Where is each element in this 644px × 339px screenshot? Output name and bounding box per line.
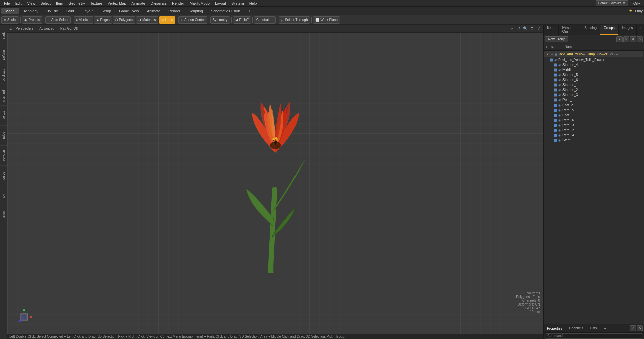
list-item[interactable]: ◉ Stamen_6 (544, 77, 643, 82)
command-input[interactable] (546, 333, 642, 339)
list-item[interactable]: ◉ Stamen_4 (544, 62, 643, 67)
list-item[interactable]: ◉ Petal_1 (544, 97, 643, 103)
constrain-button[interactable]: Constrain... (254, 16, 276, 24)
item-check (554, 73, 557, 77)
list-item[interactable]: ◉ Stamen_2 (544, 87, 643, 92)
list-item[interactable]: ◉ Leaf_1 (544, 113, 643, 118)
list-item[interactable]: ◉ Red_and_Yellow_Tulip_Flower (544, 57, 643, 62)
tab-animate[interactable]: Animate (143, 8, 164, 14)
rpanel-star-btn[interactable]: ★ (616, 36, 623, 42)
right-tab-meshops[interactable]: Mesh Ops (559, 25, 581, 35)
bottom-tab-lists[interactable]: Lists (587, 325, 600, 331)
tab-add[interactable]: + (244, 7, 255, 15)
sidebar-item-uv[interactable]: UV (0, 186, 7, 206)
scene-group-root[interactable]: ▼ ★ ◉ Red_and_Yellow_Tulip_Flower Clone (544, 51, 643, 57)
right-tab-items[interactable]: Items (544, 25, 559, 35)
symmetry-button[interactable]: Symmetry (210, 16, 230, 24)
menu-geometry[interactable]: Geometry (66, 1, 87, 6)
items-button[interactable]: ⊞ Items (159, 16, 175, 24)
tab-render[interactable]: Render (164, 8, 184, 14)
bottom-tab-channels[interactable]: Channels (566, 325, 587, 331)
menu-vertexmap[interactable]: Vertex Map (105, 1, 129, 6)
sidebar-item-polygon[interactable]: Polygon (0, 145, 7, 165)
sidebar-item-meshedit[interactable]: Mesh Edit (0, 85, 7, 105)
falloff-button[interactable]: ◕ Falloff (233, 16, 251, 24)
viewport-menu-icon[interactable]: ≡ (9, 26, 12, 31)
menu-view[interactable]: View (24, 1, 38, 6)
advanced-button[interactable]: Advanced (37, 26, 56, 31)
raygl-button[interactable]: Ray GL: Off (58, 26, 80, 31)
menu-dynamics[interactable]: Dynamics (148, 1, 169, 6)
tab-topology[interactable]: Topology (19, 8, 42, 14)
edges-button[interactable]: ◈ Edges (94, 16, 112, 24)
polygons-button[interactable]: ⬡ Polygons (113, 16, 135, 24)
list-item[interactable]: ◉ Petal_5 (544, 108, 643, 113)
tab-setup[interactable]: Setup (97, 8, 115, 14)
rpanel-delete-btn[interactable]: □ (637, 36, 643, 42)
viewport-maximize-icon[interactable]: ⤢ (536, 26, 541, 31)
perspective-button[interactable]: Perspective (14, 26, 35, 31)
sidebar-item-fusion[interactable]: Fusion (0, 206, 7, 226)
tab-layout[interactable]: Layout (78, 8, 97, 14)
bottom-tab-properties[interactable]: Properties (544, 325, 566, 332)
list-item[interactable]: ◉ Petal_2 (544, 128, 643, 133)
menu-animate[interactable]: Animate (129, 1, 148, 6)
rpanel-edit-btn[interactable]: ✎ (623, 36, 629, 42)
list-item[interactable]: ◉ Leaf_2 (544, 103, 643, 108)
scene-tree[interactable]: ▼ ★ ◉ Red_and_Yellow_Tulip_Flower Clone … (544, 51, 644, 324)
bottom-tab-add[interactable]: + (601, 325, 609, 332)
sculpt-button[interactable]: ◈ Sculpt (1, 16, 19, 24)
materials-button[interactable]: ◑ Materials (136, 16, 158, 24)
tab-paint[interactable]: Paint (62, 8, 78, 14)
selectthrough-button[interactable]: ⬚ Select Through (279, 16, 310, 24)
sidebar-item-sculpt[interactable]: Sculpt (0, 25, 7, 45)
sidebar-item-curve[interactable]: Curve (0, 165, 7, 186)
menu-item[interactable]: Item (53, 1, 66, 6)
presets-button[interactable]: ◉ Presets (22, 16, 42, 24)
tab-schematic[interactable]: Schematic Fusion (207, 8, 244, 14)
rpanel-bottom-settings[interactable]: ⚙ (637, 325, 643, 331)
viewport-search-icon[interactable]: 🔍 (523, 26, 528, 31)
default-layouts-dropdown[interactable]: Default Layouts ▼ (596, 0, 628, 6)
autoselect-button[interactable]: ⊡ Auto Select (45, 16, 71, 24)
tab-uvedit[interactable]: UVEdit (42, 8, 62, 14)
sidebar-item-deform[interactable]: Deform (0, 45, 7, 65)
right-tab-shading[interactable]: Shading (581, 25, 600, 35)
list-item[interactable]: ◉ Petal_3 (544, 123, 643, 128)
list-item[interactable]: ◉ Petal_6 (544, 118, 643, 123)
sidebar-item-edge[interactable]: Edge (0, 125, 7, 145)
list-item[interactable]: ◉ Middle (544, 67, 643, 72)
actioncenter-button[interactable]: ⊕ Action Center (178, 16, 207, 24)
menu-layout[interactable]: Layout (212, 1, 229, 6)
tab-gametools[interactable]: Game Tools (115, 8, 143, 14)
list-item[interactable]: ◉ Stem (544, 138, 643, 143)
right-tab-groups[interactable]: Groups (600, 25, 619, 35)
menu-select[interactable]: Select (38, 1, 53, 6)
menu-edit[interactable]: Edit (13, 1, 24, 6)
sidebar-item-duplicate[interactable]: Duplicate (0, 65, 7, 85)
vertices-button[interactable]: ● Vertices (74, 16, 94, 24)
workplane-button[interactable]: ⬜ Work Plane (313, 16, 340, 24)
tab-model[interactable]: Model (1, 8, 19, 14)
menu-file[interactable]: File (1, 1, 13, 6)
list-item[interactable]: ◉ Stamen_5 (544, 72, 643, 77)
viewport-home-icon[interactable]: ⌂ (509, 26, 515, 31)
menu-help[interactable]: Help (247, 1, 260, 6)
viewport-settings-icon[interactable]: ⚙ (529, 26, 535, 31)
tab-scripting[interactable]: Scripting (184, 8, 207, 14)
list-item[interactable]: ◉ Stamen_3 (544, 92, 643, 97)
menu-render[interactable]: Render (169, 1, 187, 6)
menu-system[interactable]: System (229, 1, 247, 6)
menu-maxtomodo[interactable]: MaxToModo (187, 1, 212, 6)
rpanel-copy-btn[interactable]: ⧉ (630, 36, 636, 42)
right-tab-add[interactable]: + (637, 25, 644, 35)
list-item[interactable]: ◉ Stamen_1 (544, 82, 643, 87)
viewport-refresh-icon[interactable]: ↺ (516, 26, 521, 31)
rpanel-bottom-expand[interactable]: ⤢ (630, 325, 636, 331)
sidebar-item-vertex[interactable]: Vertex (0, 105, 7, 125)
right-tab-images[interactable]: Images (619, 25, 637, 35)
viewport[interactable]: No Items Polygons : Face Channels: 0 Def… (7, 33, 543, 334)
menu-texture[interactable]: Texture (88, 1, 105, 6)
new-group-button[interactable]: New Group (545, 36, 568, 42)
list-item[interactable]: ◉ Petal_4 (544, 133, 643, 138)
